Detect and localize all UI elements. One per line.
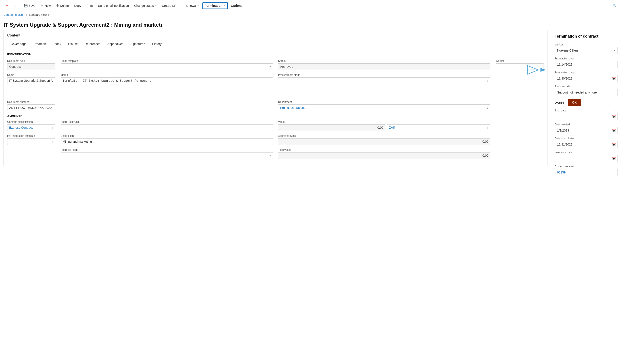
side-date-created-group: Date created 📅 (555, 123, 618, 134)
side-transaction-date-input[interactable] (555, 61, 618, 68)
pdf-integration-select[interactable] (7, 138, 55, 145)
sharepoint-url-label: SharePoint URL (61, 120, 273, 124)
amounts-section-title: AMOUNTS (7, 114, 544, 118)
worker-group: Worker (496, 59, 544, 70)
change-status-button[interactable]: Change status ∨ (132, 3, 159, 9)
back-icon: ← (5, 3, 9, 8)
side-termination-date-input[interactable] (555, 75, 618, 82)
breadcrumb-register-link[interactable]: Contract register (3, 13, 24, 16)
empty-cell-4 (496, 134, 544, 145)
side-date-expiration-group: Date of expiration 📅 (555, 137, 618, 148)
side-worker-wrapper: Noelene Cilliers (555, 47, 618, 54)
renewal-button[interactable]: Renewal ∨ (182, 3, 201, 9)
sharepoint-url-input[interactable] (61, 124, 273, 131)
breadcrumb-chevron-icon: ∨ (48, 13, 50, 16)
document-type-label: Document type (7, 59, 55, 63)
email-template-select[interactable] (61, 63, 273, 70)
contract-classification-select[interactable]: Express Contract (7, 124, 55, 131)
side-transaction-date-group: Transaction date (555, 57, 618, 68)
options-button[interactable]: Options (229, 3, 245, 9)
side-contract-request-input[interactable] (555, 169, 618, 176)
start-date-ellipsis[interactable]: ... (613, 109, 618, 113)
department-select-wrapper: Project Operations (278, 104, 490, 111)
email-template-group: Email template (61, 59, 273, 70)
status-input[interactable] (278, 63, 490, 70)
procurement-stage-select[interactable] (278, 77, 490, 84)
procurement-stage-group: Procurement stage (278, 73, 490, 84)
description-input[interactable] (61, 138, 273, 145)
side-insurance-date-input[interactable] (555, 155, 618, 162)
copy-button[interactable]: Copy (72, 3, 84, 9)
approval-team-select[interactable] (61, 152, 273, 159)
renewal-chevron: ∨ (198, 4, 199, 7)
save-button[interactable]: 💾 Save (22, 3, 38, 9)
create-cr-button[interactable]: Create CR ∨ (160, 3, 181, 9)
empty-cell-5 (7, 148, 55, 159)
search-icon: 🔍 (612, 4, 616, 7)
email-template-select-wrapper (61, 63, 273, 70)
tab-references[interactable]: References (81, 40, 104, 48)
memo-textarea[interactable]: Template - IT System Upgrade & Support A… (61, 77, 273, 97)
total-value-label: Total value (278, 148, 490, 151)
document-type-group: Document type (7, 59, 55, 70)
sharepoint-url-group: SharePoint URL (61, 120, 273, 131)
name-input[interactable] (7, 77, 55, 84)
approved-crs-group: Approved CR's (278, 134, 490, 145)
breadcrumb-view-selector[interactable]: Standard view ∨ (29, 13, 50, 16)
content-area: Content Cover page Preamble Index Clause… (0, 30, 551, 364)
pdf-integration-wrapper (7, 138, 55, 145)
department-select[interactable]: Project Operations (278, 104, 490, 111)
side-reason-code-input[interactable] (555, 89, 618, 96)
menu-icon: ≡ (14, 4, 16, 7)
value-currency-group: Value ZAR (278, 120, 490, 131)
new-button[interactable]: ＋ New (38, 3, 53, 9)
ok-button[interactable]: OK (568, 99, 581, 106)
termination-button[interactable]: Termination ∨ (202, 2, 228, 9)
tab-preamble[interactable]: Preamble (30, 40, 50, 48)
side-date-created-label: Date created (555, 123, 618, 126)
side-transaction-date-label: Transaction date (555, 57, 618, 60)
tab-appendixes[interactable]: Appendixes (104, 40, 127, 48)
contract-classification-wrapper: Express Contract (7, 124, 55, 131)
memo-spacer (61, 100, 273, 111)
value-input[interactable] (278, 124, 385, 131)
tab-signatures[interactable]: Signatures (127, 40, 149, 48)
side-date-created-input[interactable] (555, 127, 618, 134)
memo-label: Memo (61, 73, 273, 77)
tab-history[interactable]: History (149, 40, 165, 48)
side-date-expiration-input[interactable] (555, 141, 618, 148)
side-worker-select[interactable]: Noelene Cilliers (555, 47, 618, 54)
currency-select[interactable]: ZAR (387, 124, 490, 131)
delete-icon: 🗑 (56, 4, 59, 7)
menu-button[interactable]: ≡ (12, 3, 18, 9)
send-email-button[interactable]: Send email notification (96, 3, 131, 9)
name-group: Name (7, 73, 55, 84)
document-type-input[interactable] (7, 63, 55, 70)
separator-1 (20, 3, 20, 8)
worker-input[interactable] (496, 63, 544, 70)
side-panel-title: Termination of contract (555, 34, 618, 39)
tab-clause[interactable]: Clause (65, 40, 81, 48)
side-start-date-input[interactable] (555, 113, 618, 120)
side-start-date-group: Start date 📅 ... (555, 109, 618, 120)
status-group: Status (278, 59, 490, 70)
empty-cell-6 (496, 148, 544, 159)
tab-cover-page[interactable]: Cover page (7, 40, 30, 48)
side-date-expiration-wrapper: 📅 (555, 141, 618, 148)
main-layout: Content Cover page Preamble Index Clause… (0, 30, 621, 364)
search-button[interactable]: 🔍 (610, 3, 618, 9)
back-button[interactable]: ← (3, 2, 11, 9)
total-value-group: Total value (278, 148, 490, 159)
total-value-input[interactable] (278, 152, 490, 159)
approval-team-label: Approval team (61, 148, 273, 151)
content-card-title: Content (7, 33, 544, 37)
document-number-input[interactable] (7, 104, 55, 111)
delete-button[interactable]: 🗑 Delete (54, 3, 71, 9)
approved-crs-label: Approved CR's (278, 134, 490, 137)
tab-index[interactable]: Index (50, 40, 65, 48)
content-card: Content Cover page Preamble Index Clause… (3, 30, 548, 166)
side-termination-date-wrapper: 📅 (555, 75, 618, 82)
side-date-created-wrapper: 📅 (555, 127, 618, 134)
approved-crs-input[interactable] (278, 138, 490, 145)
print-button[interactable]: Print (84, 3, 95, 9)
